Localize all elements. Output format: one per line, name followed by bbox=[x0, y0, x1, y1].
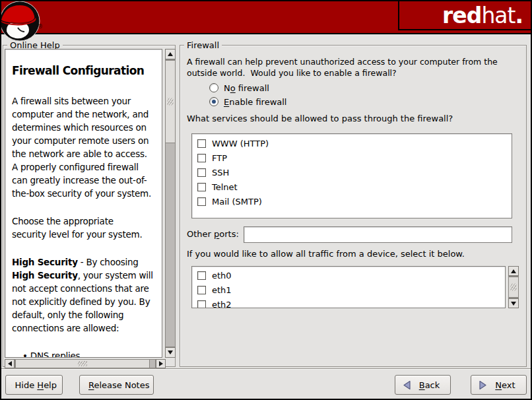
firewall-intro-text: A firewall can help prevent unauthorized… bbox=[187, 56, 498, 79]
help-horizontal-scrollbar[interactable] bbox=[5, 359, 166, 368]
back-arrow-icon bbox=[402, 380, 412, 390]
enable-firewall-radio[interactable] bbox=[209, 97, 218, 106]
help-title: Firewall Configuration bbox=[12, 64, 158, 77]
installer-window: redhat. ® Online Help Firewall Configura… bbox=[0, 0, 532, 400]
left-arrow-icon bbox=[8, 361, 12, 366]
online-help-frame: Online Help Firewall Configuration A fir… bbox=[3, 45, 176, 367]
other-ports-label: Other ports: bbox=[187, 229, 239, 239]
hide-help-button[interactable]: Hide Help bbox=[5, 375, 63, 395]
down-arrow-icon bbox=[511, 302, 516, 306]
radio-row-enable-firewall[interactable]: Enable firewall bbox=[209, 95, 287, 108]
header-banner: redhat. bbox=[1, 1, 531, 34]
redhat-wordmark: redhat. bbox=[398, 1, 531, 30]
next-button[interactable]: Next bbox=[471, 375, 527, 395]
brand-text-regular: hat bbox=[481, 5, 515, 26]
firewall-frame: Firewall A firewall can help prevent una… bbox=[180, 45, 527, 367]
scroll-up-button[interactable] bbox=[165, 49, 176, 59]
scroll-down-button[interactable] bbox=[508, 298, 519, 308]
scroll-left-button[interactable] bbox=[5, 359, 15, 368]
brand-text-dot: . bbox=[515, 5, 523, 26]
scrollbar-thumb[interactable] bbox=[508, 277, 519, 298]
scroll-up-button[interactable] bbox=[508, 266, 519, 276]
other-ports-input[interactable] bbox=[244, 226, 512, 243]
no-firewall-label: No firewall bbox=[224, 83, 269, 93]
devices-vertical-scrollbar[interactable] bbox=[508, 266, 519, 308]
right-arrow-icon bbox=[159, 361, 163, 366]
enable-firewall-label: Enable firewall bbox=[224, 97, 287, 107]
release-notes-button[interactable]: Release Notes bbox=[79, 375, 154, 395]
ssh-checkbox[interactable] bbox=[197, 168, 206, 177]
list-item-telnet[interactable]: Telnet bbox=[192, 180, 512, 194]
eth1-checkbox[interactable] bbox=[197, 286, 206, 294]
help-vertical-scrollbar[interactable] bbox=[165, 49, 176, 358]
devices-question: If you would like to allow all traffic f… bbox=[187, 248, 465, 259]
next-label: Next bbox=[491, 380, 519, 390]
list-item-eth2[interactable]: eth2 bbox=[192, 297, 505, 308]
back-button[interactable]: Back bbox=[395, 375, 451, 395]
button-row-separator bbox=[1, 368, 531, 370]
eth0-checkbox[interactable] bbox=[197, 271, 206, 280]
list-item-eth1[interactable]: eth1 bbox=[192, 283, 505, 297]
services-list[interactable]: WWW (HTTP) FTP SSH Telnet Mail (SMTP) bbox=[191, 133, 512, 218]
registered-trademark: ® bbox=[38, 24, 43, 30]
scroll-right-button[interactable] bbox=[156, 359, 166, 368]
help-paragraph-high-security: High Security - By choosing High Securit… bbox=[12, 255, 158, 335]
www-checkbox[interactable] bbox=[197, 139, 206, 148]
list-item-ssh[interactable]: SSH bbox=[192, 165, 512, 180]
ftp-checkbox[interactable] bbox=[197, 154, 206, 162]
hide-help-label: Hide Help bbox=[15, 380, 57, 390]
no-firewall-radio[interactable] bbox=[209, 83, 218, 92]
radio-row-no-firewall[interactable]: No firewall bbox=[209, 81, 269, 94]
redhat-shadowman-logo-icon bbox=[0, 0, 42, 45]
scrollbar-thumb[interactable] bbox=[15, 359, 150, 368]
help-paragraph-1: A firewall sits between your computer an… bbox=[12, 94, 158, 200]
eth2-checkbox[interactable] bbox=[197, 300, 206, 309]
life-ring-icon bbox=[11, 380, 12, 391]
help-paragraph-2: Choose the appropriate security level fo… bbox=[12, 215, 158, 241]
help-text-viewport: Firewall Configuration A firewall sits b… bbox=[5, 49, 162, 358]
down-arrow-icon bbox=[168, 350, 173, 354]
devices-list[interactable]: eth0 eth1 eth2 bbox=[191, 266, 506, 308]
up-arrow-icon bbox=[168, 52, 173, 56]
services-question: What services should be allowed to pass … bbox=[187, 113, 453, 124]
scrollbar-thumb[interactable] bbox=[165, 60, 176, 143]
scroll-down-button[interactable] bbox=[165, 347, 176, 358]
list-item-www[interactable]: WWW (HTTP) bbox=[192, 136, 512, 150]
telnet-checkbox[interactable] bbox=[197, 183, 206, 191]
mail-checkbox[interactable] bbox=[197, 197, 206, 206]
next-arrow-icon bbox=[478, 380, 488, 390]
help-bullet-dns: • DNS replies bbox=[12, 349, 158, 358]
firewall-frame-title: Firewall bbox=[184, 40, 222, 50]
list-item-ftp[interactable]: FTP bbox=[192, 150, 512, 165]
up-arrow-icon bbox=[511, 269, 516, 273]
brand-text-bold: red bbox=[442, 5, 481, 26]
list-item-mail[interactable]: Mail (SMTP) bbox=[192, 194, 512, 209]
back-label: Back bbox=[415, 380, 444, 390]
release-notes-label: Release Notes bbox=[88, 380, 149, 390]
list-item-eth0[interactable]: eth0 bbox=[192, 268, 505, 283]
